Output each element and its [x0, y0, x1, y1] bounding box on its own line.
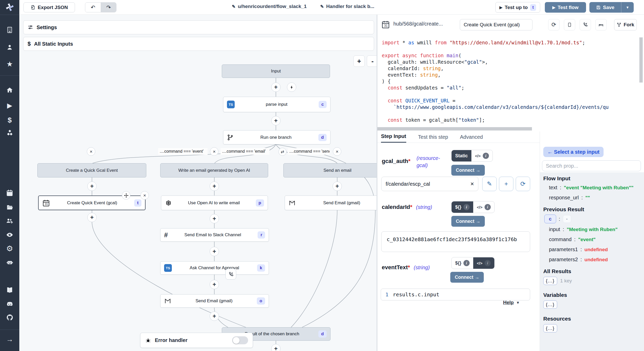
select-step-input-button[interactable]: ← Select a step input — [543, 147, 604, 157]
code-editor[interactable]: import * as wmill from "https://deno.lan… — [377, 34, 639, 132]
github-icon[interactable] — [0, 314, 19, 321]
sleep-button[interactable] — [595, 19, 607, 30]
calendarid-value-input[interactable]: c_0312442e881ae6fcf1dec23f54916a389f1c17… — [381, 231, 530, 252]
flow-node-slack-channel[interactable]: # Send Email to Slack Channel r — [160, 228, 269, 242]
refresh-resource-button[interactable]: ⟳ — [516, 177, 530, 191]
object-preview-chip[interactable]: {...} — [543, 300, 557, 309]
branch-condition-event[interactable]: ....command === 'event' — [158, 148, 208, 155]
delete-step-button[interactable]: × — [140, 191, 149, 200]
add-step-button[interactable]: + — [271, 83, 281, 92]
gcal-auth-resource-input[interactable]: f/calendar/escp_cal × — [381, 177, 478, 191]
eventtext-expr-editor[interactable]: 1 results.c.input — [381, 289, 530, 300]
flow-summary-breadcrumb[interactable]: ✎ Handler for slack b... — [320, 4, 374, 9]
add-step-button[interactable]: + — [333, 182, 342, 191]
suspend-button[interactable] — [580, 19, 591, 30]
flow-node-send-email-top[interactable]: Send Email (gmail) — [285, 195, 377, 210]
branch-header-send[interactable]: Send an email — [283, 163, 377, 177]
clear-resource-icon[interactable]: × — [470, 180, 474, 187]
fork-button[interactable]: Fork — [614, 19, 637, 30]
object-preview-chip[interactable]: {...} — [543, 277, 557, 285]
folders-icon[interactable] — [0, 204, 19, 211]
suspend-approval-badge[interactable] — [225, 269, 236, 280]
collapsed-value-chip[interactable]: - — [563, 215, 571, 223]
flow-node-parse-input[interactable]: TS parse input c — [223, 97, 331, 112]
test-flow-button[interactable]: ▶ Test flow — [545, 2, 586, 13]
flow-node-send-email-bottom[interactable]: Send Email (gmail) o — [160, 294, 269, 308]
flow-node-input[interactable]: Input — [222, 64, 330, 78]
error-handler-toggle[interactable] — [232, 336, 248, 344]
trigger-bolt-button[interactable] — [287, 83, 296, 92]
prop-row[interactable]: command:"event" — [543, 234, 644, 244]
remove-branch-button[interactable]: × — [210, 147, 218, 156]
groups-users-gear-icon[interactable] — [0, 217, 19, 225]
step-name-input[interactable] — [460, 19, 532, 30]
reload-script-button[interactable]: ⟳ — [548, 19, 560, 30]
flow-graph-canvas[interactable]: Settings $ All Static Inputs + - — [19, 15, 377, 351]
calendarid-connect-button[interactable]: Connect → — [451, 216, 485, 227]
remove-branch-button[interactable]: × — [87, 147, 95, 156]
add-step-button[interactable]: + — [210, 214, 219, 223]
eventtext-connect-button[interactable]: Connect → — [450, 272, 484, 283]
windmill-logo-icon[interactable] — [0, 2, 19, 12]
prop-row[interactable]: input:"Meeting with Ruben" — [543, 224, 644, 234]
tab-advanced[interactable]: Advanced — [460, 134, 483, 143]
home-icon[interactable] — [0, 87, 19, 94]
schedules-calendar-icon[interactable] — [0, 189, 19, 196]
static-template-segment[interactable]: ${}i — [452, 201, 473, 213]
panel-resize-divider[interactable] — [377, 15, 377, 351]
branch-header-openai[interactable]: Write an email generated by Open AI — [160, 163, 268, 177]
tab-test-this-step[interactable]: Test this step — [418, 134, 448, 143]
step-id-chip[interactable]: c — [544, 215, 556, 223]
info-icon[interactable]: i — [483, 153, 489, 159]
help-link[interactable]: Help ▾ — [503, 300, 519, 305]
remove-branch-button[interactable]: × — [333, 147, 341, 156]
expand-sidebar-arrow-icon[interactable]: → — [0, 335, 19, 344]
flow-path-breadcrumb[interactable]: ✎ u/henricourdent/flow_slack_1 — [232, 4, 307, 9]
static-mode-segment[interactable]: Static — [452, 150, 471, 161]
code-horizontal-scrollbar[interactable] — [377, 127, 532, 130]
redo-button[interactable]: ↷ — [101, 3, 116, 12]
discord-icon[interactable] — [0, 300, 19, 308]
swap-branches-button[interactable]: ⇄ — [278, 148, 286, 156]
gcal-auth-connect-button[interactable]: Connect → — [451, 165, 485, 176]
workspace-icon[interactable] — [0, 26, 19, 33]
add-step-button[interactable]: + — [271, 116, 281, 125]
add-step-button[interactable]: + — [210, 247, 219, 256]
variables-dollar-icon[interactable]: $ — [0, 116, 19, 124]
javascript-mode-segment[interactable]: </>i — [473, 257, 494, 269]
script-hub-path[interactable]: hub/568/gcal/create... — [393, 21, 443, 27]
runs-play-icon[interactable]: ▶ — [0, 102, 19, 110]
javascript-mode-segment[interactable]: </>i — [473, 201, 494, 213]
search-prop-input[interactable] — [542, 160, 641, 171]
prop-row[interactable]: parameters2:undefined — [543, 255, 644, 265]
error-handler-card[interactable]: Error handler — [140, 333, 253, 348]
javascript-mode-segment[interactable]: </>i — [471, 150, 493, 161]
undo-button[interactable]: ↶ — [85, 3, 101, 12]
add-step-button[interactable]: + — [87, 182, 97, 191]
add-resource-button[interactable]: + — [499, 177, 513, 191]
user-icon[interactable] — [0, 44, 19, 51]
mobile-view-button[interactable] — [564, 19, 575, 30]
object-preview-chip[interactable]: {...} — [543, 324, 557, 332]
docs-book-icon[interactable] — [0, 286, 19, 294]
branch-condition-email[interactable]: ....command === 'email' — [221, 148, 269, 155]
save-button[interactable]: Save — [589, 5, 621, 10]
flow-node-use-openai[interactable]: Use Open AI to write email p — [161, 195, 268, 210]
branch-header-gcal[interactable]: Create a Quick Gcal Event — [37, 163, 146, 177]
audit-eye-icon[interactable] — [0, 231, 19, 239]
export-json-button[interactable]: Export JSON — [23, 2, 75, 12]
add-step-button[interactable]: + — [210, 182, 219, 191]
add-step-button[interactable]: + — [210, 280, 219, 289]
save-dropdown-button[interactable]: ▾ — [621, 2, 634, 13]
code-vertical-scrollbar[interactable] — [639, 37, 643, 83]
add-step-button[interactable]: + — [210, 312, 219, 321]
add-step-button[interactable]: + — [87, 213, 97, 222]
tab-step-input[interactable]: Step Input — [381, 133, 406, 143]
info-icon[interactable]: i — [485, 260, 491, 266]
ai-robot-icon[interactable] — [0, 258, 19, 266]
info-icon[interactable]: i — [485, 204, 491, 210]
favorites-star-icon[interactable]: ★ — [0, 60, 19, 68]
info-icon[interactable]: i — [463, 260, 470, 266]
test-up-to-button[interactable]: ▶ Test up to t — [495, 2, 540, 13]
move-step-handle[interactable] — [122, 191, 130, 200]
